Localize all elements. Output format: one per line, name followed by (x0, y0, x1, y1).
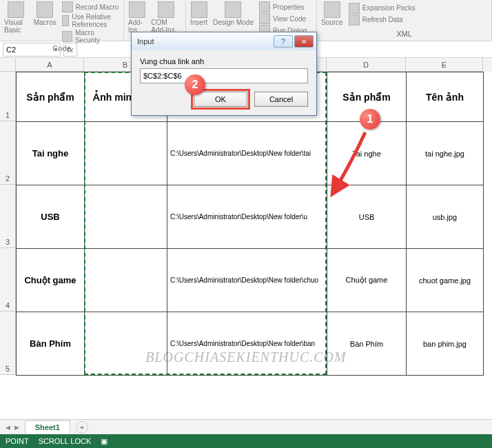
column-header[interactable]: E (406, 58, 483, 72)
ribbon-record-macro[interactable]: Record Macro (62, 1, 120, 12)
row-header[interactable]: 5 (0, 312, 16, 375)
fx-button[interactable]: fx (63, 43, 77, 57)
ok-button[interactable]: OK (194, 92, 247, 107)
table-cell[interactable] (85, 122, 167, 185)
sheet-nav-next[interactable]: ► (13, 423, 21, 431)
status-scroll-lock: SCROLL LOCK (39, 437, 92, 445)
dialog-titlebar[interactable]: Input ? ✕ (132, 32, 316, 50)
table-cell[interactable]: chuot game.jpg (407, 249, 484, 312)
name-box-value: C2 (6, 45, 16, 54)
dialog-input[interactable] (140, 68, 308, 83)
status-bar: POINT SCROLL LOCK ▣ (0, 434, 492, 448)
ribbon-macros[interactable]: Macros (34, 1, 57, 44)
ribbon-visual-basic[interactable]: Visual Basic (4, 1, 28, 44)
chevron-down-icon[interactable]: ▾ (54, 46, 57, 52)
table-cell[interactable]: Bàn Phím (17, 312, 85, 376)
table-cell[interactable]: usb.jpg (407, 185, 484, 249)
table-cell[interactable]: Chuột game (327, 249, 407, 312)
dialog-prompt: Vung chua link anh (140, 57, 308, 65)
header-cell[interactable]: Sản phẩm (17, 72, 85, 122)
table-cell[interactable] (85, 312, 167, 376)
record-macro-icon[interactable]: ▣ (101, 437, 107, 446)
select-all-corner[interactable] (0, 58, 16, 72)
ribbon-insert[interactable]: Insert (190, 1, 207, 36)
input-dialog: Input ? ✕ Vung chua link anh OK Cancel (131, 32, 317, 116)
table-cell[interactable]: Chuột game (17, 249, 85, 312)
ribbon-group-xml-label: XML (321, 30, 487, 39)
table-cell[interactable]: USB (17, 185, 85, 249)
callout-1: 1 (360, 109, 380, 130)
row-header[interactable]: 2 (0, 121, 16, 185)
ribbon-view-code[interactable]: View Code (259, 13, 307, 24)
ribbon-refresh-data[interactable]: Refresh Data (349, 14, 416, 26)
ribbon-design-mode[interactable]: Design Mode (213, 1, 254, 36)
ribbon-expansion-packs[interactable]: Expansion Packs (349, 3, 416, 14)
table-cell[interactable]: C:\Users\Administrator\Desktop\New folde… (167, 185, 327, 249)
row-header[interactable]: 4 (0, 248, 16, 312)
new-sheet-button[interactable]: + (76, 421, 88, 434)
ribbon-source[interactable]: Source (321, 1, 343, 26)
table-cell[interactable]: ban phim.jpg (407, 312, 484, 376)
table-cell[interactable]: Bàn Phím (327, 312, 407, 376)
row-headers: 12345 (0, 72, 16, 376)
ribbon-addins[interactable]: Add-Ins (128, 1, 145, 34)
table-cell[interactable]: C:\Users\Administrator\Desktop\New folde… (167, 122, 327, 185)
ribbon-relative-refs[interactable]: Use Relative References (62, 13, 120, 28)
cancel-button[interactable]: Cancel (254, 92, 308, 107)
ribbon-properties[interactable]: Properties (259, 1, 307, 12)
dialog-title-text: Input (137, 37, 154, 45)
dialog-close-button[interactable]: ✕ (294, 35, 314, 48)
table-cell[interactable]: C:\Users\Administrator\Desktop\New folde… (167, 249, 327, 312)
sheet-tab-bar: ◄ ► Sheet1 + (0, 419, 492, 434)
column-header[interactable]: D (327, 58, 406, 72)
header-cell[interactable]: Tên ảnh (407, 72, 484, 122)
ribbon-com-addins[interactable]: COM Add-Ins (151, 1, 181, 34)
name-box[interactable]: C2 ▾ (3, 43, 61, 57)
column-header[interactable]: A (16, 58, 84, 72)
row-header[interactable]: 3 (0, 185, 16, 248)
row-header[interactable]: 1 (0, 72, 16, 121)
table-cell[interactable] (85, 185, 167, 249)
sheet-nav-prev[interactable]: ◄ (4, 423, 12, 431)
status-mode: POINT (6, 437, 29, 445)
table-cell[interactable]: C:\Users\Administrator\Desktop\New folde… (167, 312, 327, 376)
callout-2: 2 (185, 74, 205, 95)
table-cell[interactable] (85, 249, 167, 312)
sheet-tab[interactable]: Sheet1 (25, 420, 70, 434)
dialog-help-button[interactable]: ? (274, 35, 293, 48)
table-cell[interactable]: tai nghe.jpg (407, 122, 484, 185)
table-cell[interactable]: Tai nghe (17, 122, 85, 185)
spreadsheet-grid[interactable]: Sản phẩmẢnh minh hoạSản phẩmTên ảnhTai n… (16, 72, 484, 376)
arrow-annotation (324, 128, 379, 204)
